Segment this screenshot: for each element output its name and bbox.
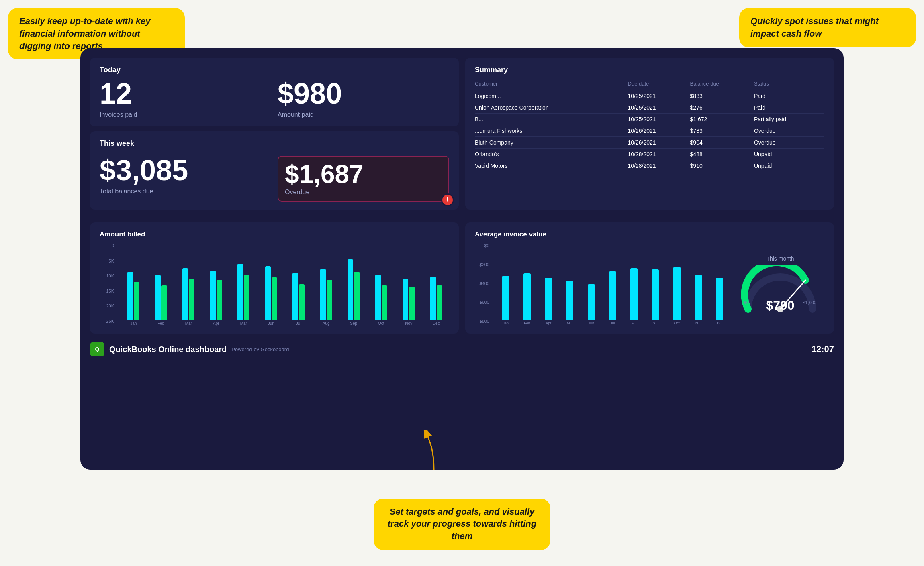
avg-bar-column [496, 243, 515, 320]
quickbooks-logo: Q [90, 342, 104, 356]
avg-bar-column [624, 243, 644, 320]
svg-text:Q: Q [95, 346, 100, 352]
summary-title: Summary [475, 66, 824, 74]
avg-bar [716, 278, 723, 320]
left-panels: Today 12 Invoices paid $980 Amount paid … [90, 58, 459, 210]
gauge-section: This month $0 $1,000 $ [736, 243, 824, 325]
avg-bar [523, 273, 531, 320]
due-date-cell: 10/26/2021 [628, 125, 690, 137]
status-cell: Unpaid [754, 149, 824, 160]
status-cell: Overdue [754, 125, 824, 137]
avg-bar-column [667, 243, 687, 320]
amount-billed-chart: 25K 20K 15K 10K 5K 0 [100, 243, 449, 326]
green-bar [134, 282, 139, 320]
dashboard: Today 12 Invoices paid $980 Amount paid … [80, 48, 844, 470]
table-row: ...umura Fishworks 10/26/2021 $783 Overd… [475, 125, 824, 137]
bar-column [121, 243, 147, 320]
summary-panel: Summary Customer Due date Balance due St… [465, 58, 834, 210]
status-cell: Partially paid [754, 114, 824, 125]
col-customer: Customer [475, 79, 628, 90]
avg-bar-column [560, 243, 580, 320]
bar-column [423, 243, 450, 320]
footer-brand: Q QuickBooks Online dashboard Powered by… [90, 342, 289, 356]
avg-bar [630, 268, 638, 320]
avg-bar [652, 269, 659, 320]
bar-column [231, 243, 257, 320]
bar-column [313, 243, 339, 320]
avg-bar-column [539, 243, 558, 320]
due-date-cell: 10/28/2021 [628, 160, 690, 172]
green-bar [409, 287, 415, 320]
avg-bar-column [581, 243, 601, 320]
bar-column [286, 243, 312, 320]
avg-bar-column [603, 243, 622, 320]
col-balance: Balance due [690, 79, 754, 90]
overdue-stat: $1,687 Overdue ! [278, 156, 449, 202]
balance-cell: $904 [690, 137, 754, 149]
due-date-cell: 10/25/2021 [628, 114, 690, 125]
cyan-bar [348, 259, 353, 320]
bar-column [203, 243, 229, 320]
invoices-paid-stat: 12 Invoices paid [100, 79, 271, 118]
customer-cell: Logicom... [475, 90, 628, 102]
bar-column [341, 243, 367, 320]
due-date-cell: 10/25/2021 [628, 90, 690, 102]
gauge-max: $1,000 [803, 300, 816, 305]
footer-time: 12:07 [812, 344, 834, 354]
amount-billed-title: Amount billed [100, 230, 449, 238]
avg-bar-column [646, 243, 665, 320]
avg-bar [609, 271, 616, 320]
green-bar [217, 280, 222, 320]
balance-cell: $488 [690, 149, 754, 160]
balance-cell: $276 [690, 102, 754, 114]
amount-billed-panel: Amount billed 25K 20K 15K 10K 5K 0 [90, 222, 459, 334]
gauge-min: $0 [744, 300, 749, 305]
today-title: Today [100, 66, 449, 74]
gauge-label: This month [766, 255, 794, 262]
balance-cell: $910 [690, 160, 754, 172]
today-stats: 12 Invoices paid $980 Amount paid [100, 79, 449, 118]
col-status: Status [754, 79, 824, 90]
green-bar [161, 285, 167, 320]
overdue-label: Overdue [285, 189, 442, 196]
customer-cell: Union Aerospace Corporation [475, 102, 628, 114]
bottom-row: Amount billed 25K 20K 15K 10K 5K 0 [90, 222, 834, 334]
status-cell: Paid [754, 90, 824, 102]
green-bar [244, 275, 249, 320]
status-cell: Paid [754, 102, 824, 114]
table-row: B... 10/25/2021 $1,672 Partially paid [475, 114, 824, 125]
col-due-date: Due date [628, 79, 690, 90]
balance-cell: $833 [690, 90, 754, 102]
due-date-cell: 10/28/2021 [628, 149, 690, 160]
bar-column [368, 243, 395, 320]
amount-paid: $980 [278, 79, 449, 108]
amount-label: Amount paid [278, 111, 449, 118]
avg-invoice-title: Average invoice value [475, 230, 824, 238]
green-bar [299, 284, 305, 320]
table-row: Union Aerospace Corporation 10/25/2021 $… [475, 102, 824, 114]
y-labels: 25K 20K 15K 10K 5K 0 [100, 243, 114, 324]
cyan-bar [210, 271, 216, 320]
alert-icon: ! [441, 193, 454, 206]
week-title: This week [100, 139, 449, 148]
footer-powered: Powered by Geckoboard [231, 346, 289, 352]
avg-bar [502, 276, 509, 320]
green-bar [382, 285, 387, 320]
cyan-bar [375, 275, 381, 320]
summary-table: Customer Due date Balance due Status Log… [475, 79, 824, 171]
status-cell: Overdue [754, 137, 824, 149]
callout-topright: Quickly spot issues that might impact ca… [739, 8, 916, 47]
avg-bar [673, 267, 681, 320]
week-stats: $3,085 Total balances due $1,687 Overdue… [100, 156, 449, 202]
table-row: Logicom... 10/25/2021 $833 Paid [475, 90, 824, 102]
cyan-bar [265, 266, 271, 320]
avg-bar [545, 278, 552, 320]
bar-column [176, 243, 202, 320]
top-row: Today 12 Invoices paid $980 Amount paid … [90, 58, 834, 210]
table-row: Orlando's 10/28/2021 $488 Unpaid [475, 149, 824, 160]
today-panel: Today 12 Invoices paid $980 Amount paid [90, 58, 459, 126]
customer-cell: B... [475, 114, 628, 125]
table-row: Bluth Company 10/26/2021 $904 Overdue [475, 137, 824, 149]
dashboard-footer: Q QuickBooks Online dashboard Powered by… [90, 337, 834, 356]
green-bar [437, 285, 442, 320]
